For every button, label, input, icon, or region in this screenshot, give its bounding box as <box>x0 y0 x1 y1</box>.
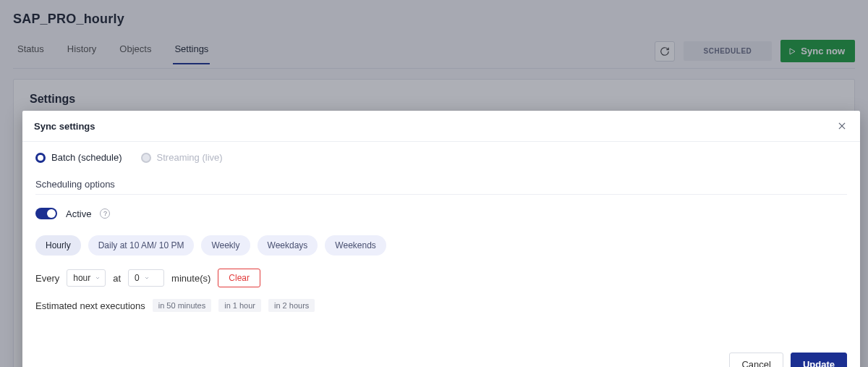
close-button[interactable] <box>835 119 848 132</box>
cancel-button[interactable]: Cancel <box>729 353 783 367</box>
clear-button[interactable]: Clear <box>218 269 260 287</box>
mode-streaming[interactable]: Streaming (live) <box>141 152 223 163</box>
estimated-label: Estimated next executions <box>35 300 145 311</box>
chevron-down-icon <box>95 275 101 281</box>
preset-weekdays[interactable]: Weekdays <box>258 235 318 256</box>
minute-value: 0 <box>135 273 140 283</box>
mode-batch-label: Batch (schedule) <box>51 152 122 163</box>
est-chip: in 50 minutes <box>153 299 211 312</box>
active-toggle[interactable] <box>35 208 57 219</box>
mode-streaming-label: Streaming (live) <box>157 152 223 163</box>
scheduling-options-heading: Scheduling options <box>35 179 847 195</box>
unit-select[interactable]: hour <box>67 269 106 287</box>
est-chip: in 1 hour <box>218 299 261 312</box>
preset-weekly[interactable]: Weekly <box>201 235 250 256</box>
at-label: at <box>113 273 121 284</box>
active-label: Active <box>66 208 91 219</box>
update-button[interactable]: Update <box>791 353 847 367</box>
modal-title: Sync settings <box>34 121 95 132</box>
mode-batch[interactable]: Batch (schedule) <box>35 152 122 163</box>
sync-settings-modal: Sync settings Batch (schedule) Streaming… <box>22 111 860 367</box>
help-icon[interactable]: ? <box>100 208 110 219</box>
close-icon <box>837 121 847 131</box>
unit-value: hour <box>73 273 90 283</box>
every-label: Every <box>35 273 59 284</box>
est-chip: in 2 hours <box>268 299 315 312</box>
chevron-down-icon <box>144 275 150 281</box>
minutes-suffix: minute(s) <box>171 273 210 284</box>
minute-select[interactable]: 0 <box>128 269 164 287</box>
radio-selected-icon <box>35 153 46 163</box>
preset-hourly[interactable]: Hourly <box>35 235 81 256</box>
preset-daily[interactable]: Daily at 10 AM/ 10 PM <box>88 235 195 256</box>
preset-weekends[interactable]: Weekends <box>325 235 386 256</box>
radio-unselected-icon <box>141 153 151 163</box>
